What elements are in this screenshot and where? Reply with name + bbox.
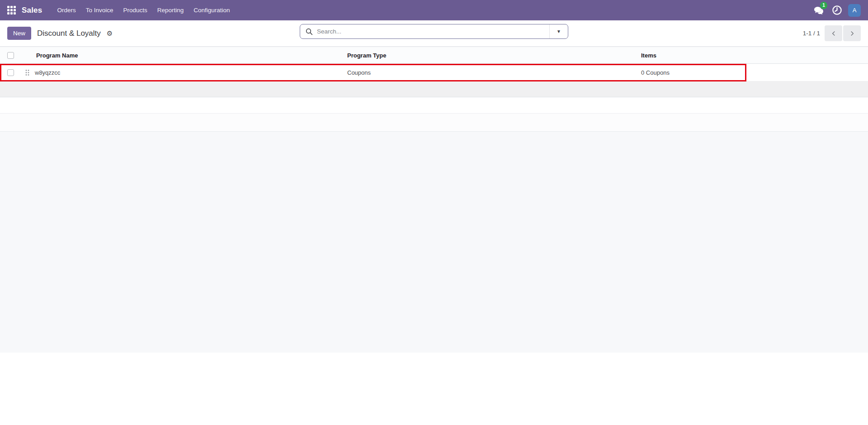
chevron-left-icon <box>830 30 837 37</box>
menu-item-products[interactable]: Products <box>118 4 152 16</box>
sales-app-page: Sales Orders To Invoice Products Reporti… <box>0 0 868 425</box>
menu-item-configuration[interactable]: Configuration <box>189 4 235 16</box>
table-header: Program Name Program Type Items <box>0 47 868 64</box>
pager-range: 1-1 / 1 <box>803 30 820 37</box>
activities-button[interactable] <box>830 4 844 17</box>
table-row-wrap: w8yqzzcc Coupons 0 Coupons <box>0 64 868 81</box>
header-checkbox-cell <box>0 52 20 59</box>
breadcrumb: New Discount & Loyalty ⚙ <box>7 27 113 40</box>
pager-next-button[interactable] <box>843 25 861 41</box>
drag-handle-icon[interactable] <box>25 69 29 76</box>
menu-item-to-invoice[interactable]: To Invoice <box>81 4 118 16</box>
messages-button[interactable]: 1 <box>812 4 826 17</box>
main-menu: Orders To Invoice Products Reporting Con… <box>52 4 235 16</box>
row-checkbox-cell <box>0 69 20 76</box>
filler-band-offwhite <box>0 114 868 132</box>
app-brand-sales[interactable]: Sales <box>22 6 42 15</box>
search-dropdown-toggle[interactable]: ▼ <box>550 29 568 34</box>
program-name-cell[interactable]: w8yqzzcc <box>20 69 332 76</box>
user-avatar[interactable]: A <box>848 4 861 17</box>
navbar-systray: 1 A <box>812 4 861 17</box>
search-input[interactable] <box>317 24 549 38</box>
table-row[interactable]: w8yqzzcc Coupons 0 Coupons <box>0 64 868 81</box>
chevron-right-icon <box>849 30 855 37</box>
select-all-checkbox[interactable] <box>7 52 14 59</box>
menu-item-reporting[interactable]: Reporting <box>152 4 189 16</box>
pager-buttons <box>825 25 861 41</box>
program-name-value: w8yqzzcc <box>35 69 60 76</box>
new-button[interactable]: New <box>7 27 31 40</box>
menu-item-orders[interactable]: Orders <box>52 4 80 16</box>
page-title: Discount & Loyalty <box>37 29 101 38</box>
control-panel: New Discount & Loyalty ⚙ ▼ 1-1 / 1 <box>0 20 868 47</box>
navbar-left: Sales Orders To Invoice Products Reporti… <box>7 4 235 16</box>
gear-icon[interactable]: ⚙ <box>107 30 113 37</box>
clock-icon <box>832 5 842 15</box>
column-header-program-type[interactable]: Program Type <box>332 52 626 59</box>
apps-grid-icon <box>7 6 16 14</box>
search-icon <box>306 28 313 35</box>
column-header-program-name[interactable]: Program Name <box>20 52 332 59</box>
program-type-cell[interactable]: Coupons <box>332 69 626 76</box>
page-background <box>0 132 868 353</box>
filler-band-gray <box>0 81 868 97</box>
filler-band-white <box>0 97 868 114</box>
row-checkbox[interactable] <box>7 69 14 76</box>
message-count-badge: 1 <box>820 2 827 9</box>
top-navbar: Sales Orders To Invoice Products Reporti… <box>0 0 868 20</box>
apps-menu-button[interactable] <box>7 6 16 14</box>
pager-previous-button[interactable] <box>825 25 842 41</box>
column-header-items[interactable]: Items <box>626 52 868 59</box>
list-view: Program Name Program Type Items <box>0 47 868 353</box>
search-bar: ▼ <box>300 24 568 39</box>
pager: 1-1 / 1 <box>803 25 861 41</box>
items-cell[interactable]: 0 Coupons <box>626 69 868 76</box>
